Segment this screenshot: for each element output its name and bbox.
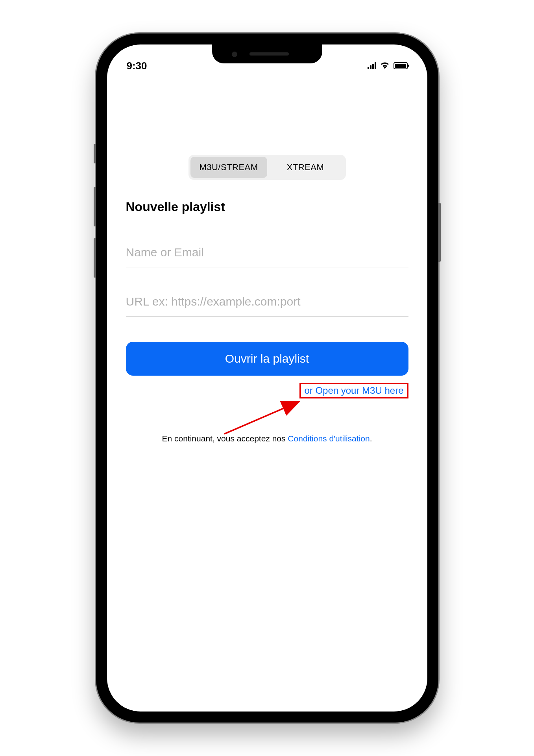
url-input[interactable] — [126, 287, 408, 317]
playlist-type-selector: M3U/STREAM XTREAM — [188, 155, 346, 180]
phone-device-frame: 9:30 — [96, 33, 438, 723]
app-content: M3U/STREAM XTREAM Nouvelle playlist Ouvr… — [107, 76, 427, 443]
annotation-arrow-icon — [220, 398, 307, 438]
phone-notch — [212, 44, 322, 63]
terms-link[interactable]: Conditions d'utilisation — [288, 434, 370, 443]
page-title: Nouvelle playlist — [126, 200, 408, 214]
phone-screen: 9:30 — [107, 44, 427, 712]
phone-volume-down — [94, 238, 96, 278]
open-m3u-row: or Open your M3U here — [126, 383, 408, 398]
phone-power-button — [438, 203, 441, 262]
open-playlist-button[interactable]: Ouvrir la playlist — [126, 342, 408, 376]
terms-text: En continuant, vous acceptez nos Conditi… — [126, 434, 408, 443]
battery-icon — [394, 62, 408, 69]
terms-prefix: En continuant, vous acceptez nos — [162, 434, 288, 443]
wifi-icon — [380, 61, 390, 70]
terms-suffix: . — [370, 434, 372, 443]
status-icons — [368, 61, 408, 70]
open-m3u-link[interactable]: or Open your M3U here — [299, 383, 408, 398]
phone-inner-frame: 9:30 — [103, 41, 431, 715]
tab-m3u-stream[interactable]: M3U/STREAM — [190, 157, 267, 178]
cellular-signal-icon — [368, 62, 376, 69]
status-time: 9:30 — [127, 60, 147, 72]
svg-line-1 — [224, 402, 299, 434]
tab-xtream[interactable]: XTREAM — [267, 157, 344, 178]
phone-mute-switch — [94, 144, 96, 163]
name-email-input[interactable] — [126, 238, 408, 267]
phone-volume-up — [94, 187, 96, 226]
